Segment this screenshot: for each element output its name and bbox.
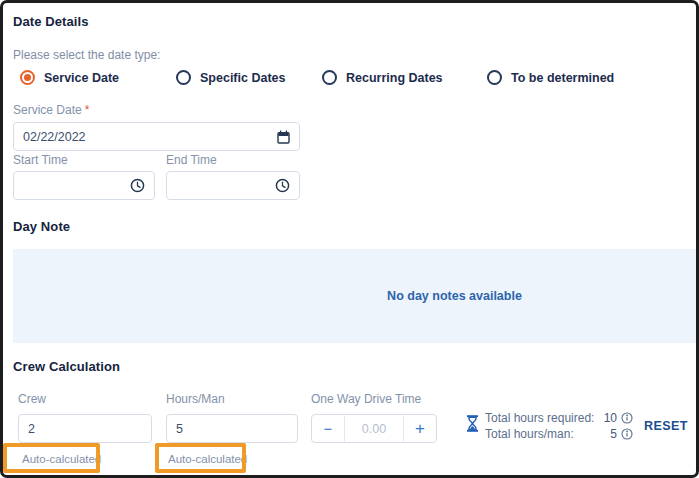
time-fields-row: Start Time End Time bbox=[13, 153, 300, 200]
date-type-radio-group: Service Date Specific Dates Recurring Da… bbox=[20, 70, 614, 85]
start-time-label: Start Time bbox=[13, 153, 155, 167]
crew-input[interactable] bbox=[19, 422, 151, 436]
hours-man-label: Hours/Man bbox=[166, 392, 298, 406]
crew-calculation-row: Crew Auto-calculated Hours/Man Auto-calc… bbox=[18, 392, 633, 465]
radio-label: Recurring Dates bbox=[346, 71, 443, 85]
total-hours-required-label: Total hours required: bbox=[485, 411, 601, 425]
day-note-panel: No day notes available bbox=[13, 249, 696, 343]
increment-button[interactable]: + bbox=[403, 416, 436, 442]
day-note-empty-message: No day notes available bbox=[387, 289, 522, 303]
service-date-label: Service Date bbox=[13, 103, 82, 117]
date-type-hint: Please select the date type: bbox=[13, 48, 160, 62]
total-hours-required-row: Total hours required: 10 bbox=[485, 410, 633, 425]
radio-recurring-dates[interactable]: Recurring Dates bbox=[322, 70, 487, 85]
radio-unselected-icon bbox=[487, 70, 502, 85]
end-time-label: End Time bbox=[166, 153, 300, 167]
radio-selected-icon bbox=[20, 70, 35, 85]
totals-rows: Total hours required: 10 Total hours/man… bbox=[485, 410, 633, 442]
drive-time-stepper: − + bbox=[311, 414, 437, 443]
hourglass-icon bbox=[466, 415, 479, 442]
date-details-title: Date Details bbox=[13, 14, 89, 29]
day-note-title: Day Note bbox=[13, 219, 70, 234]
clock-icon[interactable] bbox=[130, 178, 154, 193]
required-asterisk: * bbox=[85, 103, 90, 117]
total-hours-man-value: 5 bbox=[601, 427, 617, 441]
clock-icon[interactable] bbox=[275, 178, 299, 193]
total-hours-man-row: Total hours/man: 5 bbox=[485, 426, 633, 441]
reset-button[interactable]: RESET bbox=[644, 419, 688, 433]
totals-summary: Total hours required: 10 Total hours/man… bbox=[466, 410, 633, 442]
start-time-input[interactable] bbox=[14, 179, 130, 193]
crew-auto-calculated-note: Auto-calculated bbox=[18, 453, 152, 465]
radio-to-be-determined[interactable]: To be determined bbox=[487, 70, 614, 85]
info-icon[interactable] bbox=[621, 412, 633, 424]
hours-man-field: Hours/Man Auto-calculated bbox=[166, 392, 298, 465]
total-hours-man-label: Total hours/man: bbox=[485, 427, 601, 441]
drive-time-input[interactable] bbox=[345, 421, 403, 437]
calendar-icon[interactable] bbox=[277, 130, 299, 144]
service-date-input[interactable] bbox=[14, 130, 277, 144]
drive-time-label: One Way Drive Time bbox=[311, 392, 437, 406]
radio-label: To be determined bbox=[511, 71, 614, 85]
crew-label: Crew bbox=[18, 392, 152, 406]
start-time-field: Start Time bbox=[13, 153, 155, 200]
hours-man-auto-calculated-note: Auto-calculated bbox=[166, 453, 298, 465]
end-time-field: End Time bbox=[166, 153, 300, 200]
crew-field: Crew Auto-calculated bbox=[18, 392, 152, 465]
radio-specific-dates[interactable]: Specific Dates bbox=[176, 70, 322, 85]
date-details-form: Date Details Please select the date type… bbox=[0, 0, 699, 478]
end-time-input[interactable] bbox=[167, 179, 275, 193]
drive-time-field: One Way Drive Time − + bbox=[311, 392, 437, 443]
info-icon[interactable] bbox=[621, 428, 633, 440]
radio-label: Service Date bbox=[44, 71, 119, 85]
radio-unselected-icon bbox=[322, 70, 337, 85]
crew-calculation-title: Crew Calculation bbox=[13, 359, 120, 374]
service-date-field: Service Date* bbox=[13, 100, 300, 151]
decrement-button[interactable]: − bbox=[312, 416, 345, 442]
hours-man-input[interactable] bbox=[167, 422, 297, 436]
total-hours-required-value: 10 bbox=[601, 411, 617, 425]
radio-label: Specific Dates bbox=[200, 71, 285, 85]
radio-service-date[interactable]: Service Date bbox=[20, 70, 176, 85]
radio-unselected-icon bbox=[176, 70, 191, 85]
